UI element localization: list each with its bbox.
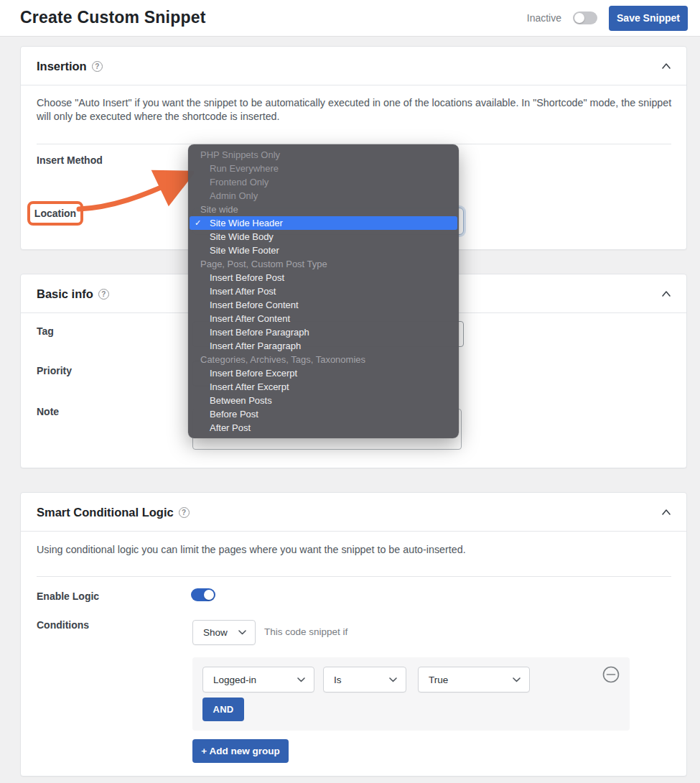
insertion-panel-title: Insertion ? — [37, 47, 103, 85]
remove-condition-icon[interactable] — [602, 666, 620, 683]
logic-description: Using conditional logic you can limit th… — [37, 543, 676, 557]
tag-label: Tag — [37, 325, 54, 337]
condition-value-value: True — [429, 675, 448, 685]
chevron-down-icon — [297, 677, 305, 682]
insertion-description: Choose "Auto Insert" if you want the sni… — [37, 96, 676, 124]
condition-hint: This code snippet if — [264, 626, 347, 637]
top-bar: Create Custom Snippet Inactive Save Snip… — [0, 0, 700, 36]
help-icon[interactable]: ? — [179, 507, 190, 518]
location-label-annotation: Location — [27, 201, 83, 226]
conditional-logic-panel-header: Smart Conditional Logic ? — [21, 493, 686, 532]
menu-item[interactable]: Insert After Post — [188, 284, 459, 298]
chevron-down-icon — [389, 677, 397, 682]
show-hide-select-value: Show — [203, 627, 228, 638]
menu-item[interactable]: Insert After Paragraph — [188, 339, 459, 353]
chevron-up-icon[interactable] — [661, 508, 672, 516]
menu-item[interactable]: After Post — [188, 421, 459, 435]
menu-item: Categories, Archives, Tags, Taxonomies — [188, 353, 459, 366]
status-label: Inactive — [527, 12, 561, 24]
add-new-group-button[interactable]: + Add new group — [192, 739, 289, 763]
menu-item: Run Everywhere — [188, 162, 459, 175]
menu-item: Site wide — [188, 203, 459, 216]
top-bar-actions: Inactive Save Snippet — [527, 0, 688, 36]
location-menu: PHP Snippets OnlyRun EverywhereFrontend … — [188, 144, 459, 438]
menu-item: Page, Post, Custom Post Type — [188, 257, 459, 271]
page-title: Create Custom Snippet — [20, 8, 206, 27]
insertion-panel-header: Insertion ? — [21, 47, 686, 85]
menu-item[interactable]: Between Posts — [188, 394, 459, 407]
note-label: Note — [37, 406, 59, 417]
chevron-up-icon[interactable] — [661, 62, 672, 70]
condition-field-select[interactable]: Logged-in — [202, 667, 314, 692]
condition-group: Logged-in Is True AND — [192, 657, 630, 731]
condition-field-value: Logged-in — [213, 675, 256, 685]
chevron-down-icon — [238, 630, 246, 635]
help-icon[interactable]: ? — [92, 61, 103, 72]
basic-info-panel-title: Basic info ? — [37, 274, 109, 313]
menu-item-selected[interactable]: ✓Site Wide Header — [190, 216, 457, 230]
checkmark-icon: ✓ — [195, 216, 201, 230]
toggle-knob — [204, 590, 214, 600]
enable-logic-toggle[interactable] — [191, 588, 215, 601]
show-hide-select[interactable]: Show — [192, 620, 256, 645]
priority-label: Priority — [37, 365, 72, 376]
menu-item[interactable]: Insert After Excerpt — [188, 380, 459, 394]
save-snippet-button[interactable]: Save Snippet — [609, 6, 688, 31]
conditions-label: Conditions — [37, 619, 89, 631]
menu-item[interactable]: Insert Before Content — [188, 298, 459, 312]
enable-logic-label: Enable Logic — [37, 590, 99, 602]
and-button[interactable]: AND — [202, 698, 244, 721]
menu-item[interactable]: Site Wide Body — [188, 230, 459, 244]
menu-item: Admin Only — [188, 189, 459, 203]
menu-item[interactable]: Insert After Content — [188, 312, 459, 325]
menu-item[interactable]: Before Post — [188, 407, 459, 421]
help-icon[interactable]: ? — [98, 289, 109, 300]
conditional-logic-panel: Smart Conditional Logic ? Using conditio… — [20, 492, 687, 777]
menu-item: PHP Snippets Only — [188, 148, 459, 162]
insertion-title-text: Insertion — [37, 60, 87, 73]
menu-item: Frontend Only — [188, 175, 459, 189]
menu-item[interactable]: Insert Before Excerpt — [188, 366, 459, 380]
active-toggle[interactable] — [573, 11, 597, 24]
page: Create Custom Snippet Inactive Save Snip… — [0, 0, 700, 783]
chevron-down-icon — [513, 677, 521, 682]
condition-operator-value: Is — [334, 675, 342, 685]
basic-info-title-text: Basic info — [37, 287, 93, 301]
conditional-logic-title-text: Smart Conditional Logic — [37, 506, 174, 519]
divider — [37, 576, 671, 577]
chevron-up-icon[interactable] — [661, 289, 672, 298]
menu-item[interactable]: Insert Before Post — [188, 271, 459, 284]
menu-item[interactable]: Site Wide Footer — [188, 244, 459, 257]
menu-item[interactable]: Insert Before Paragraph — [188, 325, 459, 339]
toggle-knob — [574, 13, 584, 23]
condition-value-select[interactable]: True — [418, 667, 530, 692]
condition-operator-select[interactable]: Is — [323, 667, 406, 692]
conditional-logic-panel-title: Smart Conditional Logic ? — [37, 493, 190, 532]
insert-method-label: Insert Method — [37, 154, 103, 166]
